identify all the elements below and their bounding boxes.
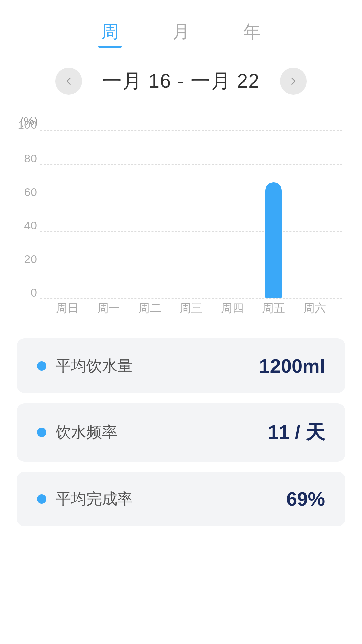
stat-left-avg-completion: 平均完成率 — [37, 489, 133, 509]
bar-col-friday — [253, 182, 294, 298]
tab-bar: 周 月 年 — [0, 0, 362, 58]
tab-month[interactable]: 月 — [172, 20, 190, 48]
stat-value-drink-freq: 11 / 天 — [268, 419, 325, 445]
stat-dot-avg-water — [37, 361, 46, 371]
stat-dot-avg-completion — [37, 494, 46, 504]
chevron-left-icon — [64, 76, 74, 86]
date-range-label: 一月 16 - 一月 22 — [102, 68, 260, 94]
stat-card-avg-completion: 平均完成率 69% — [17, 472, 345, 526]
stat-card-drink-freq: 饮水频率 11 / 天 — [17, 403, 345, 462]
grid-label-40: 40 — [17, 219, 37, 232]
next-button[interactable] — [280, 68, 307, 95]
x-label-friday: 周五 — [253, 301, 294, 316]
grid-label-80: 80 — [17, 152, 37, 165]
stat-label-drink-freq: 饮水频率 — [56, 422, 117, 443]
stat-left-drink-freq: 饮水频率 — [37, 422, 117, 443]
tab-week[interactable]: 周 — [101, 20, 119, 48]
stats-section: 平均饮水量 1200ml 饮水频率 11 / 天 平均完成率 69% — [17, 338, 345, 526]
stat-card-avg-water: 平均饮水量 1200ml — [17, 338, 345, 393]
tab-year[interactable]: 年 — [243, 20, 261, 48]
grid-label-60: 60 — [17, 185, 37, 198]
stat-left-avg-water: 平均饮水量 — [37, 356, 133, 376]
chart-container: (%) 100 80 60 40 20 — [20, 115, 342, 318]
x-label-tuesday: 周二 — [129, 301, 171, 316]
chart-bars — [40, 130, 342, 298]
stat-label-avg-water: 平均饮水量 — [56, 356, 133, 376]
x-label-monday: 周一 — [88, 301, 129, 316]
prev-button[interactable] — [55, 68, 82, 95]
x-label-thursday: 周四 — [212, 301, 253, 316]
stat-value-avg-completion: 69% — [286, 488, 325, 510]
grid-label-0: 0 — [17, 286, 37, 299]
x-label-sunday: 周日 — [47, 301, 88, 316]
x-axis-labels: 周日 周一 周二 周三 周四 周五 周六 — [40, 298, 342, 318]
x-label-wednesday: 周三 — [171, 301, 212, 316]
grid-label-20: 20 — [17, 252, 37, 265]
bar-friday — [265, 182, 282, 298]
grid-label-100: 100 — [17, 118, 37, 131]
stat-value-avg-water: 1200ml — [259, 355, 325, 377]
x-label-saturday: 周六 — [294, 301, 335, 316]
stat-dot-drink-freq — [37, 428, 46, 437]
date-navigation: 一月 16 - 一月 22 — [0, 68, 362, 95]
chart-area: 100 80 60 40 20 0 — [20, 130, 342, 318]
chevron-right-icon — [288, 76, 298, 86]
chart-unit-label: (%) — [20, 115, 342, 128]
stat-label-avg-completion: 平均完成率 — [56, 489, 133, 509]
